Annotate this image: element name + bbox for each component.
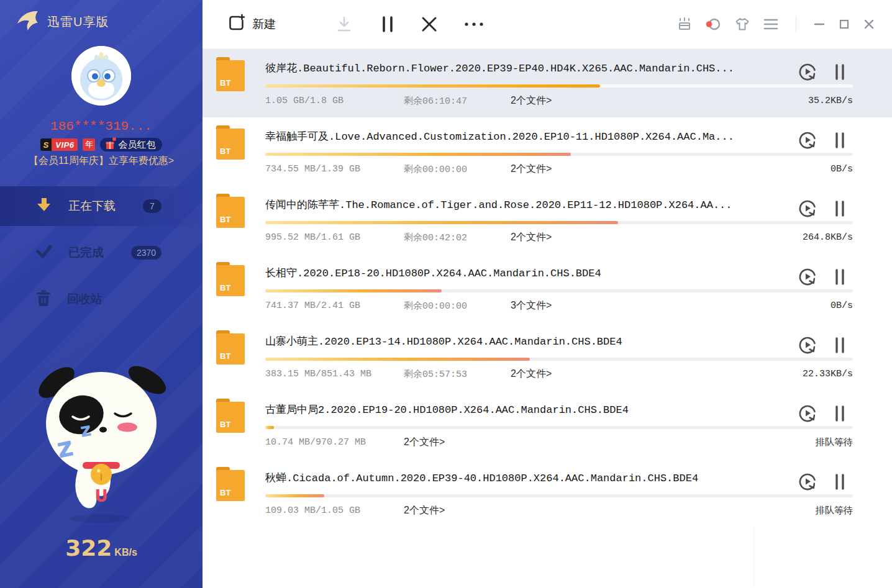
task-files-link[interactable]: 2个文件> <box>511 163 552 176</box>
progress-bar <box>265 221 853 224</box>
progress-fill <box>265 221 618 224</box>
sidebar-item-label: 正在下载 <box>68 198 116 214</box>
play-while-download-icon[interactable] <box>798 62 817 84</box>
task-row[interactable]: BT 传闻中的陈芊芊.The.Romance.of.Tiger.and.Rose… <box>203 186 892 254</box>
avatar[interactable] <box>71 46 131 106</box>
year-badge[interactable]: 年 <box>83 138 95 151</box>
task-remaining-time: 剩余00:00:00 <box>404 300 511 312</box>
new-task-icon <box>227 14 246 35</box>
task-status: 0B/s <box>831 301 853 311</box>
minimize-icon[interactable] <box>814 19 825 30</box>
svip-badge[interactable]: S VIP6 <box>40 138 78 151</box>
task-row[interactable]: BT 长相守.2020.EP18-20.HD1080P.X264.AAC.Man… <box>203 254 892 322</box>
bt-folder-icon[interactable]: BT <box>216 330 245 364</box>
sidebar-item-label: 已完成 <box>68 245 104 261</box>
skin-icon[interactable] <box>735 17 750 31</box>
new-task-button[interactable]: 新建 <box>227 14 276 35</box>
progress-fill <box>265 153 571 156</box>
play-while-download-icon[interactable] <box>798 472 817 494</box>
sidebar-item-downloading[interactable]: 正在下载 7 <box>0 186 203 226</box>
play-while-download-icon[interactable] <box>798 404 817 426</box>
menu-icon[interactable] <box>763 18 778 30</box>
bt-folder-icon[interactable]: BT <box>216 194 245 228</box>
task-remaining-time: 剩余00:00:00 <box>404 163 511 175</box>
main-panel: 新建 <box>203 0 892 588</box>
task-size: 10.74 MB/970.27 MB <box>265 437 404 448</box>
task-status: 35.2KB/s <box>808 96 853 106</box>
titlebar-divider <box>796 16 796 32</box>
task-row[interactable]: BT 古董局中局2.2020.EP19-20.HD1080P.X264.AAC.… <box>203 391 892 459</box>
redpacket-label: 会员红包 <box>118 139 155 151</box>
task-title: 秋蝉.Cicada.of.Autumn.2020.EP39-40.HD1080P… <box>265 459 853 485</box>
user-id[interactable]: 186****319... <box>0 119 203 133</box>
task-files-link[interactable]: 2个文件> <box>511 368 552 381</box>
task-status: 排队等待 <box>816 505 853 517</box>
bt-tag: BT <box>220 147 230 156</box>
sidebar: 迅雷U享版 186****319... S VIP6 <box>0 0 203 588</box>
task-files-link[interactable]: 2个文件> <box>511 231 552 244</box>
task-size: 383.15 MB/851.43 MB <box>265 369 404 379</box>
delete-icon[interactable] <box>421 16 437 32</box>
bt-folder-icon[interactable]: BT <box>216 125 245 160</box>
task-files-link[interactable]: 2个文件> <box>404 436 445 449</box>
bt-folder-icon[interactable]: BT <box>216 57 245 91</box>
task-row[interactable]: BT 秋蝉.Cicada.of.Autumn.2020.EP39-40.HD10… <box>203 459 892 527</box>
pause-task-icon[interactable] <box>834 199 846 220</box>
task-status: 264.8KB/s <box>803 232 853 243</box>
maximize-icon[interactable] <box>839 19 850 30</box>
downloading-count-badge: 7 <box>143 199 162 213</box>
pause-task-icon[interactable] <box>834 131 846 152</box>
bt-folder-icon[interactable]: BT <box>216 399 245 433</box>
progress-bar <box>265 494 853 497</box>
notification-dot <box>112 137 116 141</box>
task-remaining-time: 剩余00:42:02 <box>404 232 511 243</box>
task-title: 幸福触手可及.Love.Advanced.Customization.2020.… <box>265 117 853 143</box>
brand: 迅雷U享版 <box>0 0 203 34</box>
speed-value: 322 <box>65 535 112 561</box>
task-title: 长相守.2020.EP18-20.HD1080P.X264.AAC.Mandar… <box>265 254 853 280</box>
task-files-link[interactable]: 2个文件> <box>404 504 445 517</box>
pause-task-icon[interactable] <box>834 63 846 84</box>
play-while-download-icon[interactable] <box>798 199 817 221</box>
svip-icon: S <box>40 138 52 151</box>
promotion-icon[interactable] <box>678 17 691 31</box>
check-icon <box>36 243 52 262</box>
progress-bar <box>265 358 853 361</box>
bt-tag: BT <box>220 488 230 497</box>
pause-all-icon[interactable] <box>380 16 395 33</box>
bt-tag: BT <box>220 215 230 224</box>
close-icon[interactable] <box>863 19 875 30</box>
progress-fill <box>265 84 600 88</box>
task-size: 1.05 GB/1.8 GB <box>265 96 404 106</box>
pause-task-icon[interactable] <box>834 473 846 494</box>
pause-task-icon[interactable] <box>834 336 846 357</box>
progress-fill <box>265 289 442 292</box>
theme-icon[interactable] <box>705 17 721 31</box>
play-while-download-icon[interactable] <box>798 335 817 358</box>
sidebar-item-trash[interactable]: 回收站 <box>0 279 203 319</box>
sidebar-item-completed[interactable]: 已完成 2370 <box>0 233 203 273</box>
svg-text:U: U <box>94 487 107 505</box>
sidebar-item-label: 回收站 <box>67 291 102 307</box>
redpacket-badge[interactable]: 会员红包 <box>100 138 162 152</box>
task-row[interactable]: BT 彼岸花.Beautiful.Reborn.Flower.2020.EP39… <box>203 49 892 117</box>
task-row[interactable]: BT 山寨小萌主.2020.EP13-14.HD1080P.X264.AAC.M… <box>203 322 892 391</box>
pause-task-icon[interactable] <box>834 268 846 289</box>
bt-folder-icon[interactable]: BT <box>216 467 245 501</box>
play-while-download-icon[interactable] <box>798 130 817 153</box>
task-row[interactable]: BT 幸福触手可及.Love.Advanced.Customization.20… <box>203 117 892 186</box>
pause-task-icon[interactable] <box>834 404 846 425</box>
bt-tag: BT <box>220 420 230 429</box>
download-arrow-icon <box>36 197 52 215</box>
titlebar-controls <box>678 16 892 32</box>
more-icon[interactable] <box>463 21 485 27</box>
bt-folder-icon[interactable]: BT <box>216 262 245 296</box>
task-size: 741.37 MB/2.41 GB <box>265 301 404 311</box>
task-status: 排队等待 <box>816 436 853 448</box>
task-files-link[interactable]: 2个文件> <box>511 94 552 107</box>
promo-link[interactable]: 【会员11周年庆】立享年费优惠> <box>0 155 203 168</box>
completed-count-badge: 2370 <box>131 246 162 260</box>
start-download-icon[interactable] <box>335 16 353 33</box>
task-files-link[interactable]: 3个文件> <box>511 299 552 312</box>
play-while-download-icon[interactable] <box>798 267 817 289</box>
